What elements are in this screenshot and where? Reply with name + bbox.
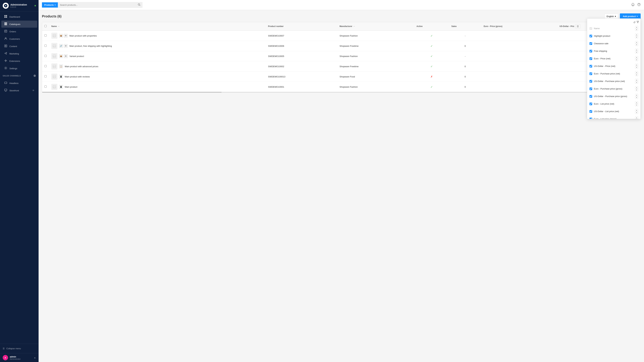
filter-button[interactable]	[636, 21, 639, 24]
column-move-down-button[interactable]: ▼	[635, 104, 638, 106]
row-checkbox[interactable]	[44, 85, 46, 88]
column-move-down-button[interactable]: ▼	[635, 111, 638, 114]
collapse-menu-button[interactable]: ☰ Collapse menu	[3, 346, 36, 351]
column-order-arrows[interactable]: ▲ ▼	[635, 79, 638, 84]
product-name-cell: 📱 Main product with reviews	[49, 71, 260, 82]
column-move-down-button[interactable]: ▼	[635, 28, 638, 31]
column-menu-item[interactable]: US-Dollar - Purchase price (net) ▲ ▼	[587, 77, 640, 85]
column-checkbox[interactable]	[590, 118, 592, 119]
sidebar-item-extensions[interactable]: Extensions	[1, 57, 37, 64]
column-order-arrows[interactable]: ▲ ▼	[635, 101, 638, 106]
column-settings-button[interactable]: ☰	[575, 24, 580, 28]
column-menu-item[interactable]: US-Dollar - Purchase price (gross) ▲ ▼	[587, 92, 640, 100]
column-checkbox[interactable]	[590, 80, 592, 83]
sidebar-item-headless[interactable]: Headless	[1, 80, 37, 87]
column-move-down-button[interactable]: ▼	[635, 51, 638, 53]
select-all-checkbox[interactable]	[44, 25, 46, 27]
horizontal-scrollbar[interactable]	[42, 92, 640, 92]
row-checkbox[interactable]	[44, 55, 46, 57]
reset-columns-button[interactable]: ↺	[633, 21, 636, 24]
column-move-down-button[interactable]: ▼	[635, 66, 638, 68]
sales-cell: 0	[449, 71, 481, 82]
product-type-icon: 📦	[59, 54, 63, 58]
column-move-down-button[interactable]: ▼	[635, 74, 638, 76]
column-order-arrows[interactable]: ▲ ▼	[635, 56, 638, 61]
column-move-up-button[interactable]: ▲	[635, 56, 638, 58]
column-move-up-button[interactable]: ▲	[635, 94, 638, 96]
column-order-arrows[interactable]: ▲ ▼	[635, 116, 638, 119]
sidebar-item-content[interactable]: Content	[1, 43, 37, 50]
column-checkbox[interactable]	[590, 103, 592, 105]
column-menu-item[interactable]: Name ▲ ▼	[587, 25, 640, 32]
column-order-arrows[interactable]: ▲ ▼	[635, 26, 638, 31]
sidebar-item-marketing[interactable]: Marketing	[1, 50, 37, 57]
column-menu-item[interactable]: US-Dollar - Price (net) ▲ ▼	[587, 62, 640, 70]
search-type-button[interactable]: Products ▾	[42, 2, 58, 7]
storefront-icon	[4, 89, 8, 92]
help-icon[interactable]	[637, 3, 641, 7]
column-order-arrows[interactable]: ▲ ▼	[635, 94, 638, 99]
column-checkbox[interactable]	[590, 72, 592, 75]
column-menu-item[interactable]: Euro - Purchase price (gross) ▲ ▼	[587, 85, 640, 92]
column-move-down-button[interactable]: ▼	[635, 81, 638, 84]
column-menu-item[interactable]: Euro - Price (net) ▲ ▼	[587, 55, 640, 62]
column-move-up-button[interactable]: ▲	[635, 26, 638, 28]
sidebar-item-catalogues[interactable]: Catalogues	[1, 21, 37, 28]
user-section[interactable]: A admin Administrator ▲	[0, 353, 38, 362]
column-move-up-button[interactable]: ▲	[635, 116, 638, 119]
column-move-up-button[interactable]: ▲	[635, 101, 638, 104]
column-order-arrows[interactable]: ▲ ▼	[635, 49, 638, 53]
column-menu-item[interactable]: Clearance sale ▲ ▼	[587, 40, 640, 47]
column-checkbox[interactable]	[590, 57, 592, 60]
sidebar-item-settings[interactable]: Settings	[1, 65, 37, 72]
column-move-up-button[interactable]: ▲	[635, 79, 638, 81]
column-order-arrows[interactable]: ▲ ▼	[635, 86, 638, 91]
column-move-up-button[interactable]: ▲	[635, 86, 638, 89]
column-order-arrows[interactable]: ▲ ▼	[635, 71, 638, 76]
search-icon[interactable]	[136, 2, 142, 8]
column-checkbox[interactable]	[590, 35, 592, 37]
column-label: Euro - Purchase price (net)	[594, 72, 634, 75]
column-order-arrows[interactable]: ▲ ▼	[635, 41, 638, 46]
products-table-container: Name ··· Product number Manufacturer ···	[42, 22, 641, 93]
column-move-down-button[interactable]: ▼	[635, 36, 638, 38]
column-order-arrows[interactable]: ▲ ▼	[635, 64, 638, 68]
add-sales-channel-button[interactable]: ⊕	[33, 74, 36, 78]
column-move-down-button[interactable]: ▼	[635, 59, 638, 61]
row-checkbox[interactable]	[44, 65, 46, 67]
column-checkbox[interactable]	[590, 87, 592, 90]
column-menu-item[interactable]: Euro - List price (net) ▲ ▼	[587, 100, 640, 108]
column-checkbox[interactable]	[590, 95, 592, 98]
column-move-down-button[interactable]: ▼	[635, 43, 638, 46]
sidebar-item-storefront[interactable]: Storefront 👁	[1, 87, 37, 94]
row-checkbox[interactable]	[44, 34, 46, 36]
column-move-up-button[interactable]: ▲	[635, 64, 638, 66]
column-menu-item[interactable]: Highlight product ▲ ▼	[587, 32, 640, 40]
column-move-up-button[interactable]: ▲	[635, 33, 638, 36]
column-menu-item[interactable]: Euro - List price (gross) ▲ ▼	[587, 115, 640, 119]
column-move-up-button[interactable]: ▲	[635, 49, 638, 51]
column-checkbox[interactable]	[590, 50, 592, 52]
column-checkbox[interactable]	[590, 42, 592, 45]
column-checkbox[interactable]	[590, 65, 592, 67]
column-move-down-button[interactable]: ▼	[635, 89, 638, 91]
search-input[interactable]	[58, 2, 136, 7]
sidebar-item-dashboard[interactable]: Dashboard	[1, 13, 37, 20]
column-checkbox[interactable]	[590, 110, 592, 113]
column-menu-item[interactable]: US-Dollar - List price (net) ▲ ▼	[587, 108, 640, 115]
notifications-icon[interactable]	[631, 3, 634, 7]
column-move-up-button[interactable]: ▲	[635, 41, 638, 43]
row-checkbox[interactable]	[44, 44, 46, 47]
row-checkbox[interactable]	[44, 75, 46, 77]
column-move-down-button[interactable]: ▼	[635, 96, 638, 99]
column-menu-item[interactable]: Free shipping ▲ ▼	[587, 47, 640, 55]
sidebar-item-orders[interactable]: Orders	[1, 28, 37, 35]
column-order-arrows[interactable]: ▲ ▼	[635, 33, 638, 38]
column-menu-item[interactable]: Euro - Purchase price (net) ▲ ▼	[587, 70, 640, 77]
column-order-arrows[interactable]: ▲ ▼	[635, 109, 638, 114]
row-checkbox-cell	[42, 51, 49, 61]
column-move-up-button[interactable]: ▲	[635, 109, 638, 111]
column-move-up-button[interactable]: ▲	[635, 71, 638, 73]
sidebar-item-customers[interactable]: Customers	[1, 35, 37, 42]
sales-cell: -	[449, 31, 481, 41]
